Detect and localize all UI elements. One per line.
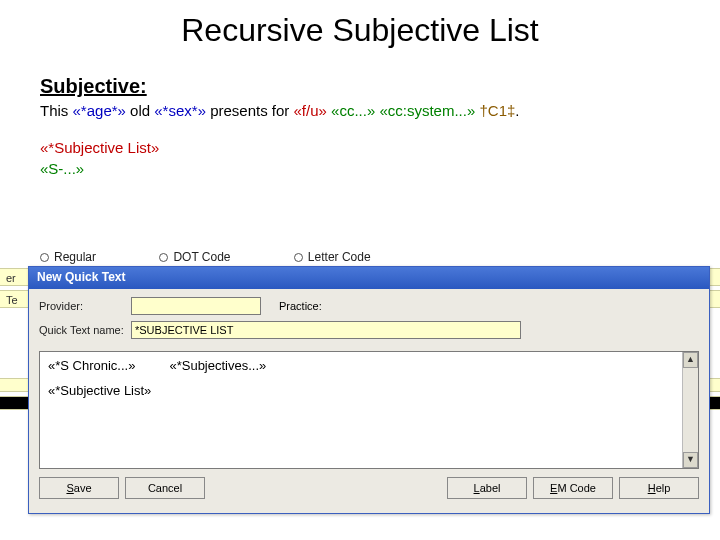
token-subjectives[interactable]: «*Subjectives...» [169,358,266,373]
provider-row: Provider: Practice: [39,297,699,315]
em-code-button[interactable]: EM Code [533,477,613,499]
c1-token[interactable]: †C1‡ [479,102,515,119]
s-token[interactable]: «S-...» [40,158,680,179]
text-this: This [40,102,73,119]
label-button[interactable]: Label [447,477,527,499]
app-background-region: Regular DOT Code Letter Code er Te New Q… [0,250,720,540]
editor-textarea[interactable]: «*S Chronic...»«*Subjectives...» «*Subje… [40,352,682,468]
btn-text: Cancel [148,482,182,494]
provider-input[interactable] [131,297,261,315]
radio-letter-code[interactable]: Letter Code [294,250,371,264]
subjective-list-tokens: «*Subjective List» «S-...» [40,137,680,179]
subjective-list-token[interactable]: «*Subjective List» [40,137,680,158]
radio-label: DOT Code [173,250,230,264]
quicktext-name-row: Quick Text name: [39,321,699,339]
btn-text: M Code [557,482,596,494]
quicktext-name-input[interactable] [131,321,521,339]
radio-label: Letter Code [308,250,371,264]
dialog-titlebar[interactable]: New Quick Text [29,267,709,289]
sex-token[interactable]: «*sex*» [154,102,206,119]
radio-strip: Regular DOT Code Letter Code [40,250,700,266]
cc-system-token[interactable]: «cc:system...» [379,102,475,119]
new-quick-text-dialog: New Quick Text Provider: Practice: Quick… [28,266,710,514]
radio-label: Regular [54,250,96,264]
text-period: . [515,102,519,119]
practice-label: Practice: [279,300,339,312]
scroll-up-icon[interactable]: ▲ [683,352,698,368]
subjective-template-line: This «*age*» old «*sex*» presents for «f… [40,102,680,119]
text-presents: presents for [206,102,294,119]
button-spacer [211,477,441,499]
save-button[interactable]: Save [39,477,119,499]
btn-text: ave [74,482,92,494]
scroll-down-icon[interactable]: ▼ [683,452,698,468]
token-subjective-list[interactable]: «*Subjective List» [48,383,151,398]
cc-token[interactable]: «cc...» [331,102,375,119]
provider-label: Provider: [39,300,131,312]
radio-icon [40,253,49,262]
radio-icon [294,253,303,262]
document-area: Subjective: This «*age*» old «*sex*» pre… [0,55,720,189]
radio-dot-code[interactable]: DOT Code [159,250,230,264]
cancel-button[interactable]: Cancel [125,477,205,499]
dialog-form: Provider: Practice: Quick Text name: [29,289,709,349]
help-button[interactable]: Help [619,477,699,499]
token-s-chronic[interactable]: «*S Chronic...» [48,358,135,373]
editor-container: «*S Chronic...»«*Subjectives...» «*Subje… [39,351,699,469]
slide-title: Recursive Subjective List [0,0,720,55]
age-token[interactable]: «*age*» [73,102,126,119]
btn-text: elp [656,482,671,494]
radio-regular[interactable]: Regular [40,250,96,264]
editor-scrollbar[interactable]: ▲ ▼ [682,352,698,468]
fu-token[interactable]: «f/u» [294,102,327,119]
subjective-heading: Subjective: [40,75,680,98]
btn-text: abel [480,482,501,494]
dialog-button-row: Save Cancel Label EM Code Help [29,469,709,499]
radio-icon [159,253,168,262]
text-old: old [126,102,154,119]
quicktext-name-label: Quick Text name: [39,324,131,336]
